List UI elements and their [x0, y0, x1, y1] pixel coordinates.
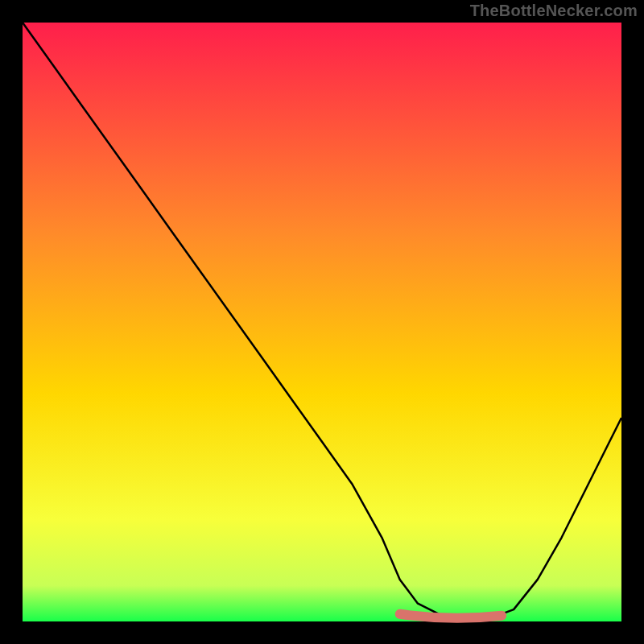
watermark-text: TheBottleNecker.com: [470, 2, 638, 20]
plot-background: [23, 23, 621, 621]
minimum-marker: [400, 614, 502, 618]
bottleneck-chart: [0, 0, 644, 644]
chart-stage: TheBottleNecker.com: [0, 0, 644, 644]
